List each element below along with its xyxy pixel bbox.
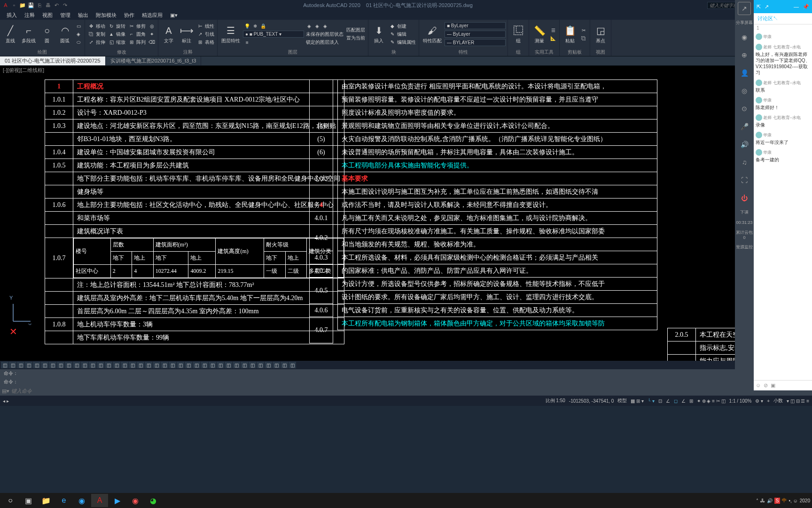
- chat-tab-discuss[interactable]: 讨论区↖: [754, 13, 782, 24]
- app-icon-1[interactable]: ◉: [73, 494, 90, 507]
- layer-dropdown[interactable]: ● ■ PUB_TEXT ▾: [243, 31, 304, 38]
- layer-state[interactable]: ≡: [243, 39, 304, 46]
- tray-ime[interactable]: S: [774, 498, 781, 504]
- matchprop-button[interactable]: 🖌特性匹配: [421, 23, 444, 45]
- measure-button[interactable]: 📏测量: [531, 23, 548, 45]
- saveas-icon[interactable]: ⎘: [36, 1, 43, 9]
- side-icon-1[interactable]: ◉: [738, 31, 751, 44]
- mod-tool-2[interactable]: ✦: [148, 31, 156, 38]
- draw-tool-1[interactable]: ▭: [74, 23, 83, 30]
- menu-manage[interactable]: 管理: [57, 11, 73, 20]
- tray-ime-cn[interactable]: 中: [782, 497, 787, 504]
- circle-button[interactable]: ○圆: [39, 23, 55, 45]
- color-dropdown[interactable]: ■ ByLayer: [445, 22, 506, 29]
- sb-zoom[interactable]: 1:1 / 100%: [729, 398, 752, 404]
- si-14[interactable]: ◫: [105, 362, 112, 368]
- si-23[interactable]: ◫: [177, 362, 184, 368]
- doc-tab-1[interactable]: 01 社区中心-电气施工设计说明-20200725: [0, 56, 106, 65]
- linear-button[interactable]: ⊢线性: [196, 23, 215, 30]
- si-29[interactable]: ◫: [225, 362, 232, 368]
- chat-ban-icon[interactable]: ⊘: [764, 382, 768, 389]
- drawing-canvas[interactable]: 1工程概况 1.0.1工程名称：容东片区B2组团安置房及配套设施项目 XARD-…: [0, 75, 812, 361]
- si-18[interactable]: ◫: [137, 362, 144, 368]
- paste-button[interactable]: 📋粘贴: [562, 23, 578, 45]
- undo-icon[interactable]: ↶: [53, 1, 60, 9]
- si-21[interactable]: ◫: [161, 362, 168, 368]
- command-input[interactable]: [9, 387, 810, 395]
- si-8[interactable]: ◫: [57, 362, 64, 368]
- layer-row1[interactable]: 💡❄🔒: [243, 22, 304, 30]
- layer-match[interactable]: 匹配图层: [345, 26, 366, 34]
- layer-unsaved[interactable]: 未保存的图层状态: [305, 31, 344, 38]
- menu-more-icon[interactable]: ▣▾: [167, 11, 180, 19]
- end-class-button[interactable]: ⏻: [738, 191, 751, 205]
- menu-insert[interactable]: 插入: [4, 11, 20, 20]
- app-icon-3[interactable]: ◉: [127, 494, 144, 507]
- insert-block-button[interactable]: ⬇插入: [370, 23, 387, 45]
- si-26[interactable]: ◫: [201, 362, 208, 368]
- menu-addons[interactable]: 附加模块: [93, 11, 119, 20]
- sb-model[interactable]: 模型: [617, 397, 627, 404]
- system-tray[interactable]: ˄ 🖧 🔊 S 中 •, ☺ 2020: [756, 497, 810, 504]
- sb-ortho-icon[interactable]: ⊡: [658, 398, 662, 404]
- menu-annotate[interactable]: 注释: [22, 11, 38, 20]
- si-3[interactable]: ◫: [17, 362, 24, 368]
- group-button[interactable]: ⿺组: [510, 23, 527, 45]
- menu-featured[interactable]: 精选应用: [139, 11, 165, 20]
- layer-lock-fade[interactable]: 锁定的图层淡入: [305, 39, 344, 46]
- base-button[interactable]: ◲基点: [592, 23, 609, 45]
- copy-button[interactable]: ⿻复制: [87, 31, 106, 38]
- tray-net-icon[interactable]: 🖧: [760, 498, 765, 503]
- layer-tool-a[interactable]: ◈◈◈: [305, 23, 344, 30]
- tray-vol-icon[interactable]: 🔊: [767, 498, 773, 503]
- si-4[interactable]: ◫: [25, 362, 32, 368]
- si-28[interactable]: ◫: [217, 362, 224, 368]
- draw-tool-2[interactable]: ◈: [74, 31, 83, 38]
- sb-track-icon[interactable]: ∠: [681, 398, 686, 404]
- si-9[interactable]: ◫: [65, 362, 72, 368]
- print-icon[interactable]: 🖶: [44, 1, 52, 9]
- new-icon[interactable]: ▫: [10, 1, 18, 9]
- si-34[interactable]: ◫: [265, 362, 272, 368]
- sb-decimal[interactable]: 小数: [773, 397, 783, 404]
- app-icon-2[interactable]: ▶: [109, 494, 126, 507]
- si-5[interactable]: ◫: [33, 362, 40, 368]
- sb-more-icons[interactable]: ✦ ⊕ ◈ ≡ ✂ ◫: [697, 398, 726, 404]
- fillet-button[interactable]: ⌐圆角: [127, 31, 147, 38]
- sb-scale[interactable]: 比例 1:50: [546, 397, 565, 404]
- linetype-dropdown[interactable]: — BYLAYER: [445, 39, 506, 46]
- music-icon[interactable]: ♫: [738, 156, 751, 169]
- sb-plus-icon[interactable]: +: [767, 398, 770, 404]
- speaker-icon[interactable]: 🔊: [738, 138, 751, 151]
- text-button[interactable]: A文字: [160, 23, 177, 45]
- mic-icon[interactable]: 🎤: [738, 120, 751, 133]
- menu-collab[interactable]: 协作: [121, 11, 137, 20]
- chat-share-icon[interactable]: ↗: [765, 4, 769, 10]
- cmd-handle-icon[interactable]: ▤▾: [2, 388, 9, 394]
- side-icon-3[interactable]: 👤: [738, 66, 751, 79]
- taskview-icon[interactable]: ▣: [20, 494, 37, 507]
- si-27[interactable]: ◫: [209, 362, 216, 368]
- block-attr[interactable]: ✎编辑属性: [388, 39, 417, 46]
- si-30[interactable]: ◫: [233, 362, 240, 368]
- side-icon-4[interactable]: ◎: [738, 84, 751, 97]
- save-icon[interactable]: 💾: [27, 1, 35, 9]
- sb-snap-icon[interactable]: └ ▾: [648, 398, 655, 404]
- si-17[interactable]: ◫: [129, 362, 136, 368]
- si-31[interactable]: ◫: [241, 362, 248, 368]
- stretch-button[interactable]: ⤢拉伸: [87, 39, 106, 46]
- chat-pin-icon[interactable]: 📌: [803, 4, 809, 10]
- table-button[interactable]: ⊞表格: [196, 39, 215, 46]
- si-20[interactable]: ◫: [153, 362, 160, 368]
- sb-end-icons[interactable]: ▾ ◫ ⊟ ☰ ≡: [787, 398, 809, 404]
- util-1[interactable]: ☰: [549, 26, 557, 34]
- tray-time[interactable]: 2020: [800, 498, 810, 503]
- wechat-icon[interactable]: ◕: [145, 494, 162, 507]
- array-button[interactable]: ⊞阵列: [127, 39, 147, 46]
- si-13[interactable]: ◫: [97, 362, 104, 368]
- dim-button[interactable]: ⟼标注: [178, 23, 195, 45]
- si-1[interactable]: ◫: [1, 362, 8, 368]
- si-6[interactable]: ◫: [41, 362, 48, 368]
- autocad-taskbar-icon[interactable]: A: [91, 494, 108, 507]
- si-36[interactable]: ◫: [281, 362, 288, 368]
